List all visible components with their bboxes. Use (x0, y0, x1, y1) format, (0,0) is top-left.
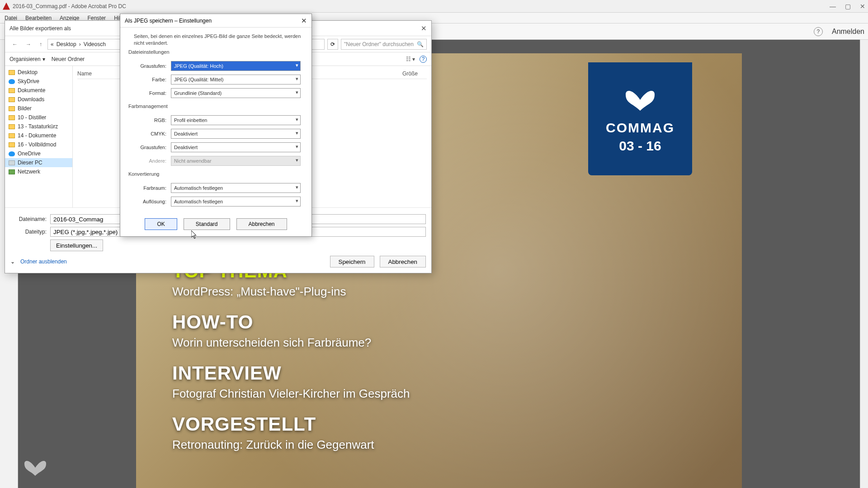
section-sub: WordPress: „Must-have"-Plug-ins (172, 285, 410, 299)
acrobat-icon (3, 3, 10, 10)
magazine-badge: COMMAG 03 - 16 (588, 62, 692, 175)
tree-item[interactable]: Netzwerk (5, 167, 72, 176)
cancel-button[interactable]: Abbrechen (380, 256, 426, 267)
tree-item[interactable]: 14 - Dokumente (5, 131, 72, 140)
tree-item[interactable]: SkyDrive (5, 77, 72, 86)
graustufen-select[interactable]: JPEG (Qualität: Hoch) (171, 61, 301, 71)
nav-forward-icon[interactable]: → (23, 40, 34, 48)
maximize-icon[interactable]: ▢ (845, 3, 851, 10)
folder-icon (9, 124, 15, 129)
aufloesung-select[interactable]: Automatisch festlegen (171, 197, 301, 206)
section-sub: Fotograf Christian Vieler-Kircher im Ges… (172, 387, 410, 401)
standard-button[interactable]: Standard (184, 218, 230, 230)
dialog-description: Seiten, bei denen ein einzelnes JPEG-Bil… (120, 28, 311, 49)
folder-icon (9, 115, 15, 120)
tree-item[interactable]: Dieser PC (5, 158, 72, 167)
tree-item[interactable]: OneDrive (5, 149, 72, 158)
graustufen2-select[interactable]: Deaktiviert (171, 142, 301, 152)
hide-folders-link[interactable]: Ordner ausblenden (20, 258, 67, 265)
section-sub: Worin unterscheiden sich Farbräume? (172, 336, 410, 350)
tree-item-label: Netzwerk (18, 169, 40, 175)
signin-link[interactable]: Anmelden (832, 28, 864, 36)
folder-icon (9, 97, 15, 102)
cancel-button[interactable]: Abbrechen (236, 218, 287, 230)
field-label: Graustufen: (131, 63, 166, 69)
tree-item-label: Dokumente (18, 87, 45, 94)
help-icon[interactable]: ? (814, 27, 823, 36)
field-label: Andere: (131, 158, 166, 164)
field-label: RGB: (131, 117, 166, 123)
jpeg-settings-dialog: Als JPEG speichern – Einstellungen ✕ Sei… (120, 14, 312, 237)
cloud-icon (9, 151, 15, 156)
nav-up-icon[interactable]: ↑ (37, 40, 45, 48)
butterfly-icon (622, 84, 658, 116)
app-title: 2016-03_Commag.pdf - Adobe Acrobat Pro D… (13, 3, 126, 9)
tree-item[interactable]: Downloads (5, 95, 72, 104)
group-conversion: Konvertierung Farbraum: Automatisch fest… (127, 175, 305, 212)
dialog-title: Als JPEG speichern – Einstellungen (125, 18, 212, 24)
cover-text: TOP THEMA WordPress: „Must-have"-Plug-in… (172, 248, 410, 452)
view-toggle-icon[interactable]: ☷ ▾ (406, 56, 415, 62)
section-heading: VORGESTELLT (172, 413, 410, 435)
crumb[interactable]: Videosch (84, 41, 106, 47)
crumb[interactable]: Desktop (57, 41, 76, 47)
filename-label: Dateiname: (10, 216, 47, 222)
tree-item[interactable]: Dokumente (5, 86, 72, 95)
andere-select: Nicht anwendbar (171, 156, 301, 166)
dialog-title: Alle Bilder exportieren als (9, 25, 71, 32)
section-heading: HOW-TO (172, 311, 410, 333)
net-icon (9, 169, 15, 174)
tree-item-label: 10 - Distiller (18, 114, 46, 121)
new-folder-button[interactable]: Neuer Ordner (52, 56, 85, 62)
help-icon[interactable]: ? (420, 56, 427, 63)
minimize-icon[interactable]: — (830, 3, 836, 10)
folder-icon (9, 88, 15, 93)
field-label: Farbraum: (131, 185, 166, 191)
field-label: Farbe: (131, 77, 166, 82)
tree-item[interactable]: 10 - Distiller (5, 113, 72, 122)
close-icon[interactable]: ✕ (421, 24, 427, 33)
cmyk-select[interactable]: Deaktiviert (171, 129, 301, 139)
tree-item-label: 16 - Vollbildmod (18, 141, 56, 148)
badge-brand: COMMAG (606, 120, 675, 136)
tree-item-label: Desktop (18, 69, 38, 75)
tree-item[interactable]: Bilder (5, 104, 72, 113)
tree-item[interactable]: 16 - Vollbildmod (5, 140, 72, 149)
field-label: Graustufen: (131, 145, 166, 150)
refresh-icon[interactable]: ⟳ (327, 39, 338, 50)
settings-button[interactable]: Einstellungen... (50, 239, 103, 251)
group-file-settings: Dateieinstellungen Graustufen: JPEG (Qua… (127, 53, 305, 103)
ok-button[interactable]: OK (145, 218, 177, 230)
group-legend: Dateieinstellungen (128, 49, 170, 55)
farbraum-select[interactable]: Automatisch festlegen (171, 183, 301, 193)
tree-item-label: OneDrive (18, 150, 41, 157)
folder-icon (9, 106, 15, 111)
organize-button[interactable]: Organisieren ▾ (9, 56, 45, 62)
format-select[interactable]: Grundlinie (Standard) (171, 88, 301, 98)
tree-item[interactable]: 13 - Tastaturkürz (5, 122, 72, 131)
drive-icon (9, 160, 15, 165)
section-sub: Retronauting: Zurück in die Gegenwart (172, 438, 410, 452)
close-icon[interactable]: ✕ (301, 17, 307, 25)
section-heading: INTERVIEW (172, 362, 410, 384)
tree-item[interactable]: Desktop (5, 68, 72, 77)
vertical-scrollbar[interactable] (860, 40, 868, 488)
folder-search[interactable]: "Neuer Ordner" durchsuchen 🔍 (341, 39, 427, 50)
group-color-management: Farbmanagement RGB: Profil einbetten CMY… (127, 107, 305, 171)
tree-item-label: Bilder (18, 105, 32, 112)
filetype-label: Dateityp: (10, 229, 47, 235)
rgb-select[interactable]: Profil einbetten (171, 115, 301, 125)
search-icon[interactable]: 🔍 (417, 41, 424, 47)
folder-icon (9, 133, 15, 138)
tree-item-label: Downloads (18, 96, 44, 103)
search-placeholder: "Neuer Ordner" durchsuchen (344, 41, 414, 47)
nav-back-icon[interactable]: ← (9, 40, 20, 48)
close-icon[interactable]: ✕ (860, 3, 865, 10)
watermark-icon (22, 456, 49, 479)
chevron-down-icon[interactable]: ⌄ (10, 258, 15, 265)
tree-item-label: 14 - Dokumente (18, 132, 56, 139)
folder-icon (9, 70, 15, 75)
save-button[interactable]: Speichern (330, 256, 374, 267)
folder-tree[interactable]: DesktopSkyDriveDokumenteDownloadsBilder1… (5, 66, 73, 207)
farbe-select[interactable]: JPEG (Qualität: Mittel) (171, 75, 301, 84)
